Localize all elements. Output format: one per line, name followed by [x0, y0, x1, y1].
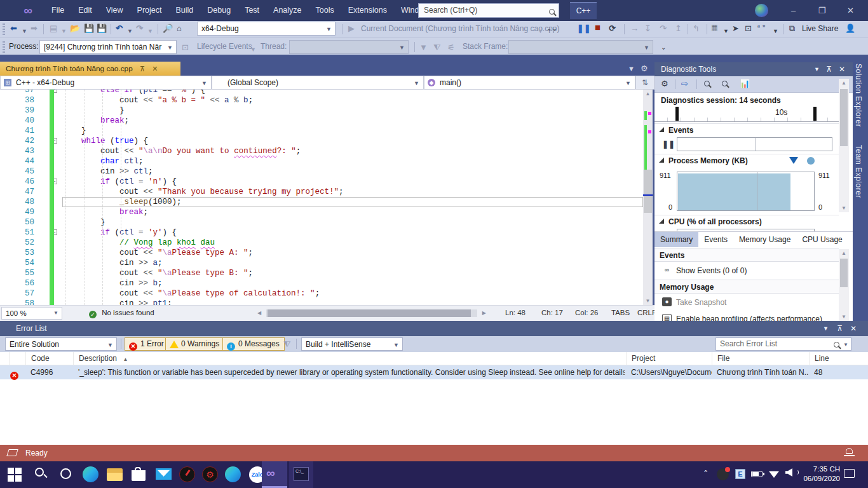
- zoom-in-icon[interactable]: [704, 79, 710, 88]
- discord-tray-icon[interactable]: [717, 468, 733, 485]
- menu-item-view[interactable]: View: [99, 0, 130, 21]
- scroll-down-icon[interactable]: ▼: [839, 314, 849, 320]
- code-line-50[interactable]: 50 }: [0, 217, 643, 227]
- code-line-51[interactable]: 51− if (ctl = 'y') {: [0, 227, 643, 238]
- menu-item-project[interactable]: Project: [130, 0, 169, 21]
- live-share-icon[interactable]: ⧉: [789, 23, 795, 34]
- filter-threads-icon[interactable]: ▼: [419, 42, 428, 53]
- code-line-54[interactable]: 54 cin >> a;: [0, 258, 643, 268]
- undo-dropdown[interactable]: ▼: [127, 25, 133, 37]
- memory-section-header[interactable]: Process Memory (KB): [654, 154, 839, 166]
- code-line-41[interactable]: 41 }: [0, 126, 643, 136]
- minimize-button[interactable]: –: [779, 0, 808, 21]
- quotes-icon[interactable]: “ ”: [757, 23, 765, 34]
- stop-icon[interactable]: ■: [595, 22, 600, 33]
- code-line-40[interactable]: 40 break;: [0, 116, 643, 126]
- export-icon[interactable]: ⇨: [681, 79, 688, 88]
- filter-flagged-icon[interactable]: ⧨: [433, 42, 441, 53]
- gear-app-icon[interactable]: ⚙: [202, 466, 219, 483]
- save-all-icon[interactable]: 💾: [97, 23, 107, 34]
- menu-item-extensions[interactable]: Extensions: [341, 0, 394, 21]
- events-swimlane[interactable]: [677, 137, 832, 151]
- scroll-left-icon[interactable]: ◀: [257, 310, 261, 316]
- code-line-39[interactable]: 39 }: [0, 105, 643, 116]
- step-out-icon[interactable]: ↥: [675, 23, 682, 34]
- menu-item-tools[interactable]: Tools: [309, 0, 341, 21]
- warnings-toggle-button[interactable]: 0 Warnings: [165, 337, 224, 351]
- description-column-header[interactable]: Description ▲: [73, 352, 626, 365]
- code-line-49[interactable]: 49 break;: [0, 207, 643, 217]
- toolbar-overflow-icon[interactable]: ⌄⌄: [546, 23, 557, 34]
- split-window-button[interactable]: ⇅: [635, 76, 654, 90]
- feedback-icon[interactable]: 👤: [845, 23, 855, 34]
- redo-dropdown[interactable]: ▼: [147, 25, 153, 37]
- line-numbers-dropdown[interactable]: ▼: [723, 25, 729, 37]
- tabs-indicator[interactable]: TABS: [611, 309, 630, 316]
- code-line-48[interactable]: 48 _sleep(1000);: [0, 197, 643, 207]
- restore-button[interactable]: ❐: [808, 0, 836, 21]
- messages-toggle-button[interactable]: i 0 Messages: [222, 337, 285, 351]
- suspend-threads-icon[interactable]: ⚟: [447, 42, 455, 53]
- everything-tray-icon[interactable]: E: [735, 469, 752, 485]
- panel-title-bar[interactable]: Error List ▼ ⊼ ✕: [0, 321, 868, 336]
- action-center-icon[interactable]: [844, 469, 860, 485]
- error-row[interactable]: ✕ C4996 '_sleep': This function or varia…: [0, 365, 868, 379]
- scrollbar-thumb[interactable]: [644, 170, 652, 213]
- battery-icon[interactable]: [751, 471, 768, 487]
- code-line-43[interactable]: 43 cout << "\a\nDo you want to contiuned…: [0, 146, 643, 156]
- panel-scrollbar[interactable]: ▲ ▼: [839, 79, 849, 212]
- tray-expand-icon[interactable]: ⌃: [703, 469, 709, 477]
- step-into-icon[interactable]: ↧: [644, 23, 651, 34]
- show-events-link[interactable]: ∞ Show Events (0 of 0): [654, 263, 839, 278]
- lifecycle-icon[interactable]: ⊡: [182, 42, 189, 53]
- code-line-53[interactable]: 53 cout << "\aPlease type A: ";: [0, 248, 643, 258]
- menu-item-debug[interactable]: Debug: [200, 0, 238, 21]
- editor-horizontal-scrollbar[interactable]: ◀ ▶: [257, 309, 486, 318]
- restart-icon[interactable]: ⟳: [609, 23, 616, 34]
- attach-dropdown[interactable]: ▼: [538, 25, 543, 37]
- thread-combo[interactable]: ▼: [289, 40, 409, 54]
- code-line-47[interactable]: 47 cout << "Thank you because trying my …: [0, 187, 643, 197]
- scroll-up-icon[interactable]: ▲: [839, 80, 849, 86]
- search-input[interactable]: Search (Ctrl+Q): [418, 3, 559, 18]
- microsoft-store-icon[interactable]: [132, 467, 148, 484]
- sidebar-tab-solution-explorer[interactable]: Solution Explorer: [854, 64, 863, 127]
- navigate-forward-icon[interactable]: ➡: [31, 23, 37, 34]
- pin-icon[interactable]: ⊼: [837, 321, 843, 336]
- save-icon[interactable]: 💾: [84, 23, 94, 34]
- visual-studio-taskbar-active[interactable]: ∞: [262, 461, 287, 488]
- code-line-46[interactable]: 46− if (ctl = 'n') {: [0, 177, 643, 187]
- display-mode-icon[interactable]: ⊡: [745, 23, 752, 34]
- scroll-down-icon[interactable]: ▼: [839, 205, 849, 211]
- bell-icon[interactable]: [846, 448, 853, 454]
- scope-combo[interactable]: (Global Scope)▼: [212, 76, 424, 90]
- undo-icon[interactable]: ↶: [116, 23, 123, 34]
- diag-tab-events[interactable]: Events: [698, 232, 733, 247]
- menu-item-analyze[interactable]: Analyze: [266, 0, 308, 21]
- close-tab-icon[interactable]: ✕: [152, 65, 158, 72]
- eol-indicator[interactable]: CRLF: [637, 309, 656, 316]
- sidebar-tab-team-explorer[interactable]: Team Explorer: [854, 145, 863, 198]
- pointer-icon[interactable]: ➤: [732, 23, 739, 34]
- toolbar-grip[interactable]: [3, 41, 5, 53]
- mail-icon[interactable]: [156, 466, 172, 483]
- diag-tab-summary[interactable]: Summary: [654, 232, 698, 247]
- new-item-dropdown[interactable]: ▼: [61, 25, 67, 37]
- panel-title-bar[interactable]: Diagnostic Tools ▼ ⊼ ✕: [654, 62, 853, 76]
- clear-filter-icon[interactable]: ⧨: [283, 339, 291, 350]
- code-line-52[interactable]: 52 // Vong lap khoi dau: [0, 238, 643, 248]
- code-line-45[interactable]: 45 cin >> ctl;: [0, 166, 643, 177]
- char-indicator[interactable]: Ch: 17: [541, 309, 563, 316]
- close-button[interactable]: ✕: [836, 0, 865, 21]
- toolbar-grip[interactable]: [3, 24, 5, 35]
- navigate-back-icon[interactable]: ⬅: [10, 23, 17, 34]
- avatar[interactable]: [755, 4, 768, 17]
- error-search-input[interactable]: Search Error List ▼: [715, 337, 851, 351]
- scope-combo[interactable]: Entire Solution▼: [5, 337, 117, 351]
- scroll-up-icon[interactable]: ▲: [839, 250, 849, 256]
- code-line-56[interactable]: 56 cin >> b;: [0, 278, 643, 288]
- attach-target-label[interactable]: Current Document (Chương trình Tính toán…: [361, 24, 560, 33]
- pin-icon[interactable]: ⊼: [140, 65, 145, 72]
- edge-icon[interactable]: [83, 466, 99, 483]
- scroll-down-icon[interactable]: ▼: [643, 298, 653, 304]
